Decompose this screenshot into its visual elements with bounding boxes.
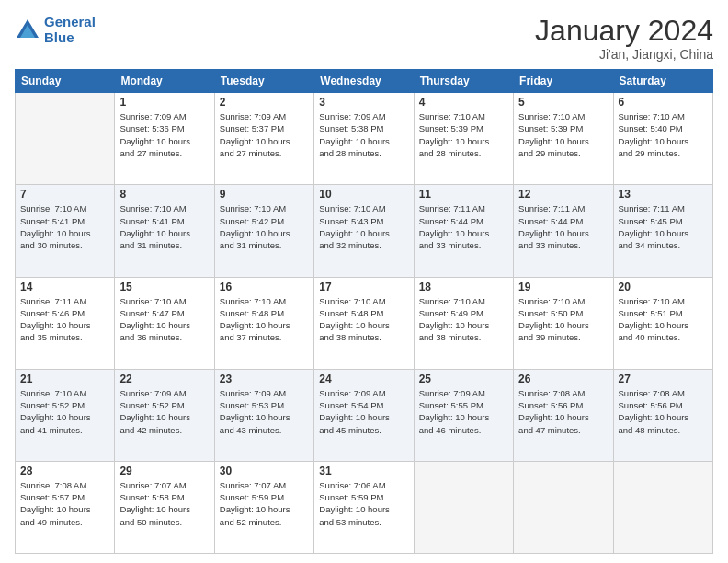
calendar-day-cell: 28Sunrise: 7:08 AM Sunset: 5:57 PM Dayli… (16, 461, 115, 553)
calendar-day-cell: 23Sunrise: 7:09 AM Sunset: 5:53 PM Dayli… (214, 369, 313, 461)
day-number: 22 (119, 373, 209, 385)
header-cell: Friday (514, 70, 613, 93)
day-number: 10 (319, 188, 408, 201)
header-cell: Monday (115, 70, 214, 93)
logo-line2: Blue (44, 30, 96, 46)
calendar-week-row: 7Sunrise: 7:10 AM Sunset: 5:41 PM Daylig… (16, 185, 713, 277)
header-cell: Sunday (16, 70, 115, 93)
calendar-day-cell (414, 461, 513, 553)
month-title: January 2024 (535, 15, 713, 47)
logo-icon (15, 17, 40, 43)
day-number: 12 (518, 188, 608, 201)
day-info: Sunrise: 7:10 AM Sunset: 5:40 PM Dayligh… (619, 110, 708, 159)
day-info: Sunrise: 7:08 AM Sunset: 5:57 PM Dayligh… (20, 479, 109, 528)
day-number: 2 (220, 96, 309, 109)
day-info: Sunrise: 7:11 AM Sunset: 5:46 PM Dayligh… (20, 295, 109, 344)
day-number: 28 (20, 465, 109, 477)
logo-text: General Blue (44, 15, 96, 45)
header: General Blue January 2024 Ji'an, Jiangxi… (15, 15, 713, 62)
day-number: 23 (220, 373, 309, 385)
day-info: Sunrise: 7:10 AM Sunset: 5:50 PM Dayligh… (518, 295, 608, 344)
header-row: SundayMondayTuesdayWednesdayThursdayFrid… (16, 70, 713, 93)
day-info: Sunrise: 7:09 AM Sunset: 5:53 PM Dayligh… (220, 387, 309, 436)
page: General Blue January 2024 Ji'an, Jiangxi… (0, 0, 728, 563)
calendar-day-cell: 5Sunrise: 7:10 AM Sunset: 5:39 PM Daylig… (514, 93, 613, 185)
calendar-week-row: 1Sunrise: 7:09 AM Sunset: 5:36 PM Daylig… (16, 93, 713, 185)
calendar-day-cell: 2Sunrise: 7:09 AM Sunset: 5:37 PM Daylig… (214, 93, 313, 185)
calendar-day-cell: 3Sunrise: 7:09 AM Sunset: 5:38 PM Daylig… (314, 93, 414, 185)
day-info: Sunrise: 7:09 AM Sunset: 5:36 PM Dayligh… (119, 110, 209, 159)
calendar-day-cell: 24Sunrise: 7:09 AM Sunset: 5:54 PM Dayli… (314, 369, 414, 461)
day-info: Sunrise: 7:10 AM Sunset: 5:48 PM Dayligh… (220, 295, 309, 344)
calendar-day-cell: 29Sunrise: 7:07 AM Sunset: 5:58 PM Dayli… (115, 461, 214, 553)
day-info: Sunrise: 7:10 AM Sunset: 5:41 PM Dayligh… (119, 202, 209, 251)
title-block: January 2024 Ji'an, Jiangxi, China (535, 15, 713, 62)
day-number: 14 (20, 281, 109, 293)
day-info: Sunrise: 7:07 AM Sunset: 5:59 PM Dayligh… (220, 479, 309, 528)
calendar-day-cell: 14Sunrise: 7:11 AM Sunset: 5:46 PM Dayli… (16, 277, 115, 369)
day-number: 8 (119, 188, 209, 201)
calendar-day-cell: 9Sunrise: 7:10 AM Sunset: 5:42 PM Daylig… (214, 185, 313, 277)
day-info: Sunrise: 7:10 AM Sunset: 5:51 PM Dayligh… (619, 295, 708, 344)
day-number: 1 (119, 96, 209, 109)
day-number: 18 (419, 281, 508, 293)
calendar-table: SundayMondayTuesdayWednesdayThursdayFrid… (15, 69, 713, 554)
day-number: 15 (119, 281, 209, 293)
calendar-day-cell: 18Sunrise: 7:10 AM Sunset: 5:49 PM Dayli… (414, 277, 513, 369)
day-number: 13 (619, 188, 708, 201)
day-info: Sunrise: 7:08 AM Sunset: 5:56 PM Dayligh… (518, 387, 608, 436)
calendar-body: 1Sunrise: 7:09 AM Sunset: 5:36 PM Daylig… (16, 93, 713, 554)
day-number: 3 (319, 96, 408, 109)
day-info: Sunrise: 7:10 AM Sunset: 5:41 PM Dayligh… (20, 202, 109, 251)
calendar-day-cell: 31Sunrise: 7:06 AM Sunset: 5:59 PM Dayli… (314, 461, 414, 553)
day-info: Sunrise: 7:07 AM Sunset: 5:58 PM Dayligh… (119, 479, 209, 528)
calendar-day-cell (514, 461, 613, 553)
calendar-day-cell: 30Sunrise: 7:07 AM Sunset: 5:59 PM Dayli… (214, 461, 313, 553)
calendar-day-cell: 1Sunrise: 7:09 AM Sunset: 5:36 PM Daylig… (115, 93, 214, 185)
calendar-day-cell (613, 461, 712, 553)
day-number: 7 (20, 188, 109, 201)
calendar-day-cell: 19Sunrise: 7:10 AM Sunset: 5:50 PM Dayli… (514, 277, 613, 369)
calendar-day-cell: 11Sunrise: 7:11 AM Sunset: 5:44 PM Dayli… (414, 185, 513, 277)
calendar-day-cell: 15Sunrise: 7:10 AM Sunset: 5:47 PM Dayli… (115, 277, 214, 369)
day-info: Sunrise: 7:11 AM Sunset: 5:44 PM Dayligh… (419, 202, 508, 251)
day-number: 30 (220, 465, 309, 477)
day-number: 29 (119, 465, 209, 477)
calendar-day-cell: 6Sunrise: 7:10 AM Sunset: 5:40 PM Daylig… (613, 93, 712, 185)
day-info: Sunrise: 7:10 AM Sunset: 5:48 PM Dayligh… (319, 295, 408, 344)
day-number: 21 (20, 373, 109, 385)
calendar-day-cell: 21Sunrise: 7:10 AM Sunset: 5:52 PM Dayli… (16, 369, 115, 461)
logo-line1: General (44, 14, 96, 29)
calendar-week-row: 21Sunrise: 7:10 AM Sunset: 5:52 PM Dayli… (16, 369, 713, 461)
calendar-day-cell: 8Sunrise: 7:10 AM Sunset: 5:41 PM Daylig… (115, 185, 214, 277)
day-number: 17 (319, 281, 408, 293)
header-cell: Saturday (613, 70, 712, 93)
day-number: 24 (319, 373, 408, 385)
calendar-day-cell: 16Sunrise: 7:10 AM Sunset: 5:48 PM Dayli… (214, 277, 313, 369)
day-info: Sunrise: 7:10 AM Sunset: 5:39 PM Dayligh… (518, 110, 608, 159)
calendar-day-cell (16, 93, 115, 185)
day-info: Sunrise: 7:08 AM Sunset: 5:56 PM Dayligh… (619, 387, 708, 436)
header-cell: Thursday (414, 70, 513, 93)
day-info: Sunrise: 7:10 AM Sunset: 5:39 PM Dayligh… (419, 110, 508, 159)
logo: General Blue (15, 15, 96, 45)
day-info: Sunrise: 7:10 AM Sunset: 5:43 PM Dayligh… (319, 202, 408, 251)
day-number: 19 (518, 281, 608, 293)
calendar-day-cell: 10Sunrise: 7:10 AM Sunset: 5:43 PM Dayli… (314, 185, 414, 277)
calendar-day-cell: 25Sunrise: 7:09 AM Sunset: 5:55 PM Dayli… (414, 369, 513, 461)
calendar-week-row: 14Sunrise: 7:11 AM Sunset: 5:46 PM Dayli… (16, 277, 713, 369)
calendar-day-cell: 7Sunrise: 7:10 AM Sunset: 5:41 PM Daylig… (16, 185, 115, 277)
day-info: Sunrise: 7:10 AM Sunset: 5:52 PM Dayligh… (20, 387, 109, 436)
day-number: 20 (619, 281, 708, 293)
day-info: Sunrise: 7:09 AM Sunset: 5:54 PM Dayligh… (319, 387, 408, 436)
day-info: Sunrise: 7:11 AM Sunset: 5:45 PM Dayligh… (619, 202, 708, 251)
calendar-day-cell: 12Sunrise: 7:11 AM Sunset: 5:44 PM Dayli… (514, 185, 613, 277)
day-info: Sunrise: 7:09 AM Sunset: 5:52 PM Dayligh… (119, 387, 209, 436)
day-number: 16 (220, 281, 309, 293)
calendar-day-cell: 26Sunrise: 7:08 AM Sunset: 5:56 PM Dayli… (514, 369, 613, 461)
day-number: 27 (619, 373, 708, 385)
calendar-day-cell: 13Sunrise: 7:11 AM Sunset: 5:45 PM Dayli… (613, 185, 712, 277)
day-info: Sunrise: 7:09 AM Sunset: 5:55 PM Dayligh… (419, 387, 508, 436)
day-number: 4 (419, 96, 508, 109)
calendar-day-cell: 17Sunrise: 7:10 AM Sunset: 5:48 PM Dayli… (314, 277, 414, 369)
